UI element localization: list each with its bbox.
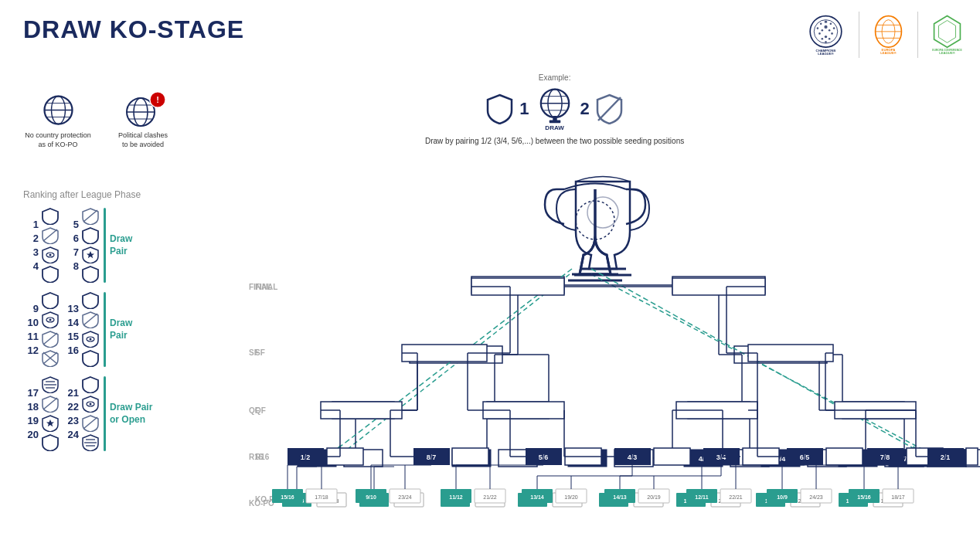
svg-text:14/13: 14/13 [607, 498, 621, 504]
r16-label: R16 [255, 453, 270, 461]
example-description: Draw by pairing 1/2 (3/4, 5/6,...) betwe… [425, 135, 684, 147]
final-label: FINAL [255, 283, 277, 291]
rank-icon [82, 350, 99, 367]
rank-left-icons-1 [42, 208, 59, 283]
example-num-2: 2 [580, 99, 590, 119]
rank-left-icons-2 [42, 292, 59, 367]
rank-left-nums-3: 17 18 19 20 [23, 387, 39, 440]
rank-icon [82, 266, 99, 283]
draw-pair-label-1: DrawPair [110, 233, 132, 257]
legend-no-country-text: No country protectionas of KO-PO [25, 131, 91, 149]
globe-icon [41, 93, 76, 127]
rank-num: 14 [63, 317, 79, 328]
qf-label: QF [255, 406, 266, 415]
rank-num: 15 [63, 331, 79, 342]
svg-text:15/16: 15/16 [846, 498, 861, 504]
legend-area: No country protectionas of KO-PO ! Polit… [23, 93, 178, 149]
rank-right-icons-3 [82, 376, 99, 451]
rank-icon [82, 396, 99, 413]
logo-divider-1 [859, 12, 859, 58]
svg-point-6 [833, 27, 835, 29]
svg-text:LEAGUE®: LEAGUE® [880, 51, 897, 55]
rank-num: 8 [63, 260, 79, 272]
svg-text:5/6: 5/6 [583, 455, 593, 463]
rank-right-nums-3: 21 22 23 24 [63, 387, 79, 440]
ranking-group-1: 1 2 3 4 5 6 7 8 [23, 208, 240, 283]
rank-num: 6 [63, 233, 79, 244]
svg-line-48 [598, 97, 621, 121]
rank-num: 22 [63, 401, 79, 413]
svg-line-59 [83, 314, 97, 325]
svg-text:15/16: 15/16 [290, 498, 305, 504]
ucl-logo: CHAMPIONS LEAGUE® [805, 14, 847, 56]
rank-num: 23 [63, 415, 79, 426]
ranking-section: Ranking after League Phase 1 2 3 4 5 [23, 189, 240, 451]
logos-area: CHAMPIONS LEAGUE® EUROPA LEAGUE® EURO [805, 12, 965, 58]
rank-right-nums-1: 5 6 7 8 [63, 219, 79, 272]
svg-point-9 [829, 29, 831, 31]
rank-icon [82, 246, 99, 263]
svg-line-56 [43, 333, 57, 345]
svg-marker-53 [87, 251, 94, 258]
rank-icon [82, 415, 99, 432]
uel-logo: EUROPA LEAGUE® [871, 14, 906, 56]
svg-point-3 [820, 22, 822, 25]
svg-text:17/18: 17/18 [325, 498, 339, 504]
example-row: 1 DRAW 2 [425, 86, 684, 131]
logo-divider-2 [917, 12, 918, 58]
draw-pair-label-3: Draw Pairor Open [110, 402, 152, 426]
trophy-icon [545, 184, 645, 281]
draw-pair-label-2: DrawPair [110, 318, 132, 341]
rank-num: 4 [23, 260, 39, 272]
clash-badge: ! [149, 91, 166, 108]
rank-num: 24 [63, 429, 79, 440]
svg-text:4/3: 4/3 [699, 455, 709, 463]
svg-point-2 [825, 20, 827, 22]
rank-icon [42, 331, 59, 348]
svg-text:19/20: 19/20 [560, 498, 575, 504]
group-divider [104, 376, 106, 451]
rank-icon [42, 434, 59, 451]
svg-rect-115 [614, 450, 653, 467]
svg-point-5 [817, 27, 819, 29]
uecl-logo-icon: EUROPA CONFERENCE LEAGUE® [930, 14, 965, 56]
example-slash-icon [596, 93, 623, 124]
rank-num: 16 [63, 345, 79, 356]
svg-text:23/24: 23/24 [402, 498, 417, 504]
svg-line-65 [43, 398, 57, 409]
svg-text:!: ! [156, 95, 159, 104]
svg-point-11 [831, 32, 833, 35]
legend-no-country: No country protectionas of KO-PO [23, 93, 93, 149]
svg-point-15 [825, 41, 827, 43]
svg-rect-87 [734, 346, 827, 363]
rank-icon [42, 266, 59, 283]
rank-icon [42, 246, 59, 263]
svg-text:21/22: 21/22 [483, 498, 498, 504]
rank-right-icons-1 [82, 208, 99, 283]
rank-num: 21 [63, 387, 79, 399]
rank-num: 3 [23, 246, 39, 258]
ranking-title: Ranking after League Phase [23, 189, 240, 200]
svg-point-68 [90, 403, 92, 406]
example-num-1: 1 [519, 99, 529, 119]
rank-num: 17 [23, 387, 39, 399]
example-area: Example: 1 DRAW 2 [425, 73, 684, 147]
svg-point-10 [818, 32, 821, 35]
svg-text:2/1: 2/1 [942, 455, 952, 463]
svg-marker-66 [46, 419, 54, 426]
rank-num: 11 [23, 331, 39, 342]
rank-num: 7 [63, 246, 79, 258]
ranking-group-2: 9 10 11 12 13 14 15 16 [23, 292, 240, 367]
svg-point-1 [814, 19, 837, 42]
rank-left-nums-1: 1 2 3 4 [23, 219, 39, 272]
rank-icon [82, 376, 99, 393]
ucl-logo-icon: CHAMPIONS LEAGUE® [805, 14, 847, 56]
bracket-svg: FINAL SF QF R16 KO-PO [255, 178, 980, 533]
rank-num: 10 [23, 317, 39, 328]
rank-num: 19 [23, 415, 39, 426]
rank-icon [82, 292, 99, 309]
rank-icon [42, 415, 59, 432]
svg-text:18/17: 18/17 [881, 498, 896, 504]
uel-logo-icon: EUROPA LEAGUE® [871, 14, 906, 56]
svg-rect-130 [966, 450, 980, 467]
